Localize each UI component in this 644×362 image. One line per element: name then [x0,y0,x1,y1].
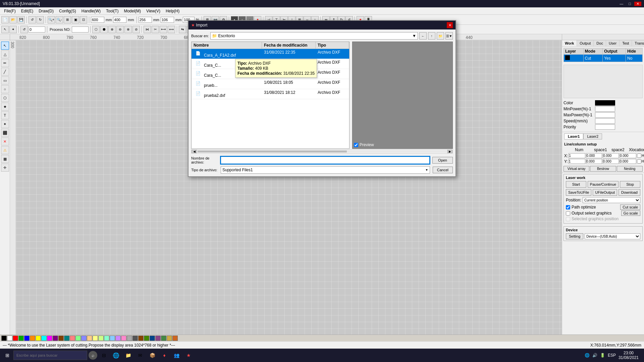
file-name-4: 📄prueb... [192,79,262,89]
open-file-btn[interactable]: Open [432,157,453,164]
cancel-btn[interactable]: Cancel [433,167,453,173]
dialog-title-text: Import [196,23,207,27]
h-scrollbar[interactable]: ◀ ▶ [191,149,453,154]
tooltip-size: Tamaño: 409 KB [237,66,315,71]
filename-row: Nombre dearchivo: Open [191,156,453,164]
col-name: Nombre [192,42,262,49]
up-btn[interactable]: ↑ [428,32,435,40]
col-type: Tipo [316,42,349,49]
scroll-thumb[interactable] [198,150,347,153]
dialog-overlay: ★ Import ✕ Buscar en: 📁 Escritorio ▼ ← ↑… [0,0,644,362]
location-label: Buscar en: [191,34,209,38]
file-row-2[interactable]: 📄Cara_C... 1/08/2021 22:36 Archivo DXF T… [192,59,349,69]
combo-arrow: ▼ [412,34,416,38]
preview-text: Preview [360,142,374,147]
dialog-titlebar: ★ Import ✕ [189,21,455,29]
dialog-body: Buscar en: 📁 Escritorio ▼ ← ↑ 📁 ☰▼ [189,29,455,176]
file-type-3: Archivo DXF [316,69,349,79]
file-type-2: Archivo DXF [316,59,349,69]
file-tooltip: Tipo: Archivo DXF Tamaño: 409 KB Fecha d… [235,59,317,78]
scroll-right-btn[interactable]: ▶ [447,150,452,153]
filetype-row: Tipo de archivo: Supported Files1 ▼ Canc… [191,166,453,174]
file-list-header: Nombre Fecha de modificación Tipo [192,42,349,49]
preview-area: Preview [352,42,453,149]
file-row-4[interactable]: 📄prueb... 1/08/2021 18:05 Archivo DXF [192,79,349,89]
back-btn[interactable]: ← [419,32,427,40]
folder-icon: 📁 [212,34,217,38]
file-type-1: Archivo DXF [316,49,349,59]
file-list-area: Nombre Fecha de modificación Tipo 📄Cara_… [191,42,453,149]
file-name-1: 📄Cara_A_F1A2.dxf [192,49,262,59]
scroll-left-btn[interactable]: ◀ [192,150,197,153]
filetype-combo[interactable]: Supported Files1 ▼ [221,166,430,174]
file-row-1[interactable]: 📄Cara_A_F1A2.dxf 31/08/2021 22:35 Archiv… [192,49,349,59]
dialog-title: ★ Import [191,23,207,27]
filetype-text: Supported Files1 [222,168,253,172]
filetype-arrow-icon: ▼ [425,168,428,172]
filename-input[interactable] [221,157,430,164]
file-date-4: 1/08/2021 18:05 [262,79,316,89]
dialog-close-btn[interactable]: ✕ [447,22,453,28]
file-name-5: 📄prueba2.dxf [192,89,262,99]
filename-label: Nombre dearchivo: [191,156,218,164]
file-date-5: 31/08/2021 18:12 [262,89,316,99]
tooltip-type: Tipo: Archivo DXF [237,61,315,66]
preview-label-container: Preview [354,142,374,147]
col-date: Fecha de modificación [262,42,316,49]
view-toggle-btn[interactable]: ☰▼ [445,32,453,40]
dialog-bottom: Nombre dearchivo: Open Tipo de archivo: … [191,156,453,174]
file-list[interactable]: Nombre Fecha de modificación Tipo 📄Cara_… [191,42,350,149]
import-dialog: ★ Import ✕ Buscar en: 📁 Escritorio ▼ ← ↑… [188,20,456,177]
preview-checkbox[interactable] [354,143,358,147]
file-row-5[interactable]: 📄prueba2.dxf 31/08/2021 18:12 Archivo DX… [192,89,349,99]
dialog-icon: ★ [191,23,195,27]
file-date-1: 31/08/2021 22:35 [262,49,316,59]
tooltip-date: Fecha de modificación: 31/08/2021 22:35 [237,71,315,76]
location-text: Escritorio [218,34,235,38]
new-folder-btn[interactable]: 📁 [437,32,444,40]
file-type-4: Archivo DXF [316,79,349,89]
location-combo[interactable]: 📁 Escritorio ▼ [210,32,418,40]
filetype-label: Tipo de archivo: [191,168,218,172]
scroll-track [198,150,446,153]
file-type-5: Archivo DXF [316,89,349,99]
browser-toolbar: Buscar en: 📁 Escritorio ▼ ← ↑ 📁 ☰▼ [191,32,453,40]
